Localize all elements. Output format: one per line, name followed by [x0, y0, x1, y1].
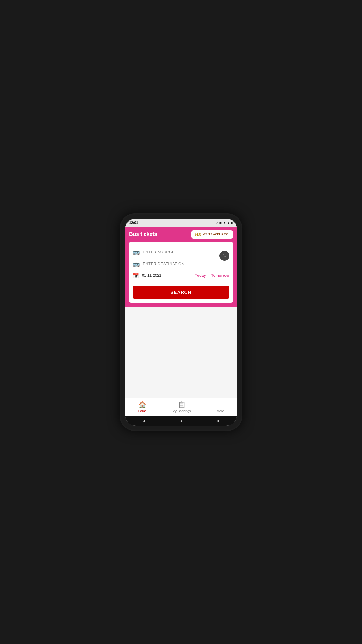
brand-logo: MR MR TRAVELS CO. — [191, 230, 233, 239]
bottom-nav: 🏠 Home 📋 My Bookings ⋯ More — [125, 398, 237, 416]
wifi-icon: ▼ — [223, 221, 226, 224]
calendar-icon: 📅 — [133, 272, 139, 279]
battery-icon: ▮ — [231, 221, 233, 224]
tomorrow-button[interactable]: Tomorrow — [211, 273, 229, 278]
nav-more[interactable]: ⋯ More — [217, 401, 224, 413]
swap-icon: ⇅ — [223, 254, 226, 258]
phone-screen: 12:01 ⟳ ▣ ▼ ▲ ▮ Bus tickets MR MR TRAVEL… — [125, 219, 237, 426]
destination-input[interactable] — [143, 262, 229, 266]
search-card-inner: 🚌 ⇅ 🚌 📅 01-11-2021 Today Tomorr — [129, 242, 233, 303]
phone-frame: 12:01 ⟳ ▣ ▼ ▲ ▮ Bus tickets MR MR TRAVEL… — [120, 214, 242, 431]
back-button[interactable]: ◀ — [143, 419, 145, 423]
page-title: Bus tickets — [129, 231, 157, 237]
date-row: 📅 01-11-2021 Today Tomorrow — [133, 270, 229, 281]
swap-button[interactable]: ⇅ — [219, 251, 229, 261]
logo-company-name: MR TRAVELS CO. — [203, 233, 229, 236]
bookings-icon: 📋 — [178, 401, 186, 409]
bookings-label: My Bookings — [173, 409, 191, 413]
status-icons: ⟳ ▣ ▼ ▲ ▮ — [216, 221, 233, 224]
source-row: 🚌 — [133, 246, 229, 258]
main-content — [125, 307, 237, 398]
recents-button[interactable]: ■ — [217, 419, 219, 423]
nav-my-bookings[interactable]: 📋 My Bookings — [173, 401, 191, 413]
today-button[interactable]: Today — [195, 273, 206, 278]
nav-home[interactable]: 🏠 Home — [138, 401, 146, 413]
search-button[interactable]: SEARCH — [133, 286, 229, 299]
source-input[interactable] — [143, 250, 229, 254]
more-label: More — [217, 409, 224, 413]
home-label: Home — [138, 409, 146, 413]
bus-dest-icon: 🚌 — [133, 260, 140, 267]
home-button[interactable]: ● — [180, 419, 182, 423]
android-nav: ◀ ● ■ — [125, 416, 237, 426]
date-value[interactable]: 01-11-2021 — [142, 273, 190, 278]
status-time: 12:01 — [129, 221, 138, 225]
sim-icon: ▣ — [219, 221, 222, 224]
signal-icon: ▲ — [227, 221, 230, 224]
logo-mr-text: MR — [195, 232, 201, 237]
more-icon: ⋯ — [217, 401, 224, 409]
sync-icon: ⟳ — [216, 221, 218, 224]
app-header: Bus tickets MR MR TRAVELS CO. — [125, 227, 237, 242]
status-bar: 12:01 ⟳ ▣ ▼ ▲ ▮ — [125, 219, 237, 227]
home-icon: 🏠 — [138, 401, 146, 409]
search-card: 🚌 ⇅ 🚌 📅 01-11-2021 Today Tomorr — [125, 242, 237, 307]
bus-source-icon: 🚌 — [133, 249, 140, 256]
destination-row: 🚌 — [133, 258, 229, 270]
